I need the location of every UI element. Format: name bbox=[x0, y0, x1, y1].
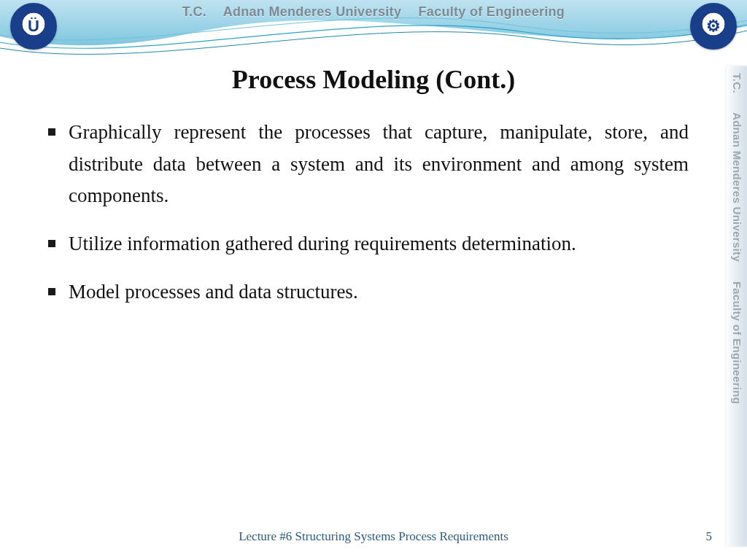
university-logo-icon: Ü bbox=[10, 3, 57, 50]
banner-faculty: Faculty of Engineering bbox=[419, 4, 565, 19]
faculty-logo-icon: ⚙ bbox=[690, 3, 737, 50]
banner-university: Adnan Menderes University bbox=[223, 4, 402, 19]
page-number: 5 bbox=[706, 529, 713, 544]
footer-lecture: Lecture #6 Structuring Systems Process R… bbox=[0, 529, 747, 544]
banner-header: T.C. Adnan Menderes University Faculty o… bbox=[0, 0, 747, 66]
bullet-item: Model processes and data structures. bbox=[47, 276, 689, 308]
side-faculty: Faculty of Engineering bbox=[731, 281, 743, 404]
bullet-item: Graphically represent the processes that… bbox=[47, 117, 689, 212]
bullet-item: Utilize information gathered during requ… bbox=[47, 228, 689, 260]
side-university: Adnan Menderes University bbox=[731, 112, 743, 262]
banner-text: T.C. Adnan Menderes University Faculty o… bbox=[0, 4, 747, 20]
side-text: T.C. Adnan Menderes University Faculty o… bbox=[731, 73, 743, 404]
side-ribbon: T.C. Adnan Menderes University Faculty o… bbox=[727, 66, 747, 547]
bullet-list: Graphically represent the processes that… bbox=[47, 117, 689, 324]
slide-title: Process Modeling (Cont.) bbox=[0, 64, 747, 95]
banner-tc: T.C. bbox=[182, 4, 206, 19]
